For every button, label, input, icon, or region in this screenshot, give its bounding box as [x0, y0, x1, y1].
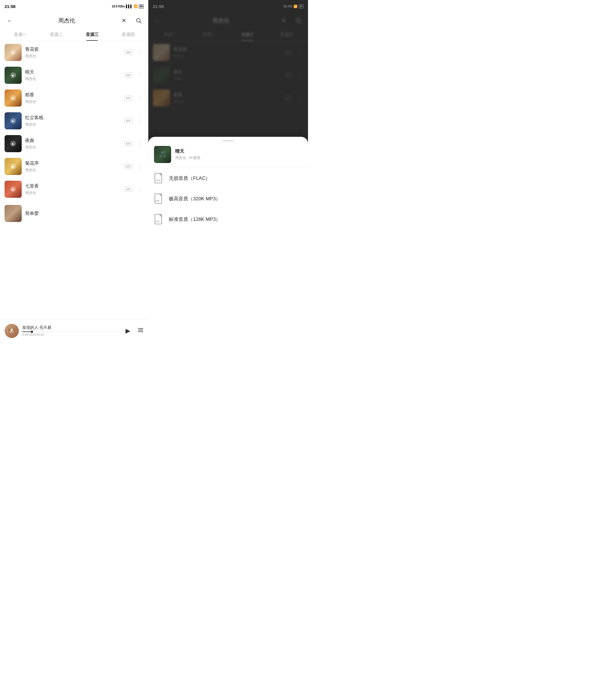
mv-badge-1[interactable]: MV [124, 50, 133, 55]
song-thumb-8 [4, 205, 22, 222]
right-back-button[interactable]: ← [153, 15, 163, 26]
song-item-7[interactable]: ▶ 七里香 周杰伦 MV ⋮ [0, 178, 148, 201]
tab-bar: 音源一 音源二 音源三 音源四 [0, 28, 148, 41]
quality-option-128k[interactable]: 128K 标准音质（128K MP3） [148, 209, 308, 229]
more-btn-6[interactable]: ⋮ [136, 162, 144, 171]
song-thumb-4: ▶ [4, 112, 22, 129]
song-artist-4: 周杰伦 [25, 122, 121, 127]
song-title-8: 简单爱 [25, 211, 144, 216]
modal-song-header: 🎵 晴天 周杰伦 · 叶惠美 [148, 141, 308, 168]
128k-option-label: 标准音质（128K MP3） [169, 216, 220, 223]
quality-option-320k[interactable]: 320K 极高音质（320K MP3） [148, 188, 308, 209]
svg-line-7 [300, 22, 301, 23]
song-item-4[interactable]: ▶ 红尘客栈 周杰伦 MV ⋮ [0, 110, 148, 132]
right-song-item-1: 青花瓷 周杰伦 MV ⋮ [148, 41, 308, 64]
song-info-7: 七里香 周杰伦 [25, 183, 121, 196]
right-wifi-icon: 📶 [293, 4, 298, 8]
mv-badge-4[interactable]: MV [124, 118, 133, 123]
tab-source-1[interactable]: 音源一 [2, 28, 38, 41]
right-battery: 86 [299, 4, 304, 8]
mv-badge-3[interactable]: MV [124, 95, 133, 100]
song-artist-7: 周杰伦 [25, 190, 121, 196]
flac-icon: FLAC [154, 173, 164, 183]
mv-badge-7[interactable]: MV [124, 187, 133, 192]
right-song-item-2: 晴天 周杰伦 MV ⋮ [148, 64, 308, 87]
song-artist-1: 周杰伦 [25, 53, 121, 59]
play-overlay-4: ▶ [10, 118, 16, 124]
more-btn-3[interactable]: ⋮ [136, 94, 144, 102]
right-search-button[interactable] [293, 15, 304, 26]
song-thumb-5: ▶ [4, 135, 22, 152]
modal-song-artist: 周杰伦 · 叶惠美 [175, 155, 302, 160]
play-overlay-3: ▶ [10, 95, 16, 101]
song-info-3: 稻香 周杰伦 [25, 92, 121, 104]
quality-options: FLAC 无损音质（FLAC） 320K 极高音质（320K MP3） [148, 168, 308, 342]
song-item-8[interactable]: 简单爱 [0, 201, 148, 224]
song-title-7: 七里香 [25, 183, 121, 189]
left-header: ← 周杰伦 ✕ [0, 13, 148, 28]
tab-source-4[interactable]: 音源四 [110, 28, 146, 41]
320k-option-label: 极高音质（320K MP3） [169, 196, 220, 202]
play-overlay-6: ▶ [10, 164, 16, 169]
song-title-4: 红尘客栈 [25, 115, 121, 121]
right-close-button[interactable]: ✕ [278, 15, 289, 26]
right-tab-source-3[interactable]: 音源三 [228, 28, 267, 41]
quality-option-flac[interactable]: FLAC 无损音质（FLAC） [148, 168, 308, 188]
svg-text:320K: 320K [155, 200, 159, 202]
song-artist-5: 周杰伦 [25, 145, 121, 150]
song-actions-4: MV ⋮ [124, 117, 144, 125]
player-progress-dot [31, 330, 33, 333]
page-title: 周杰伦 [19, 17, 114, 24]
right-panel: 21:58 5G HD 📶 86 ← 周杰伦 ✕ 音源一 音源二 音源三 音源 [148, 0, 308, 342]
player-progress-bar [22, 332, 119, 332]
song-artist-3: 周杰伦 [25, 99, 121, 104]
tab-source-2[interactable]: 音源二 [38, 28, 74, 41]
play-pause-button[interactable]: ▶ [123, 326, 133, 336]
song-artist-6: 周杰伦 [25, 167, 121, 173]
back-button[interactable]: ← [4, 15, 15, 26]
more-btn-1[interactable]: ⋮ [136, 48, 144, 57]
song-actions-2: MV ⋮ [124, 71, 144, 79]
right-status-icons: 5G HD 📶 86 [284, 4, 304, 8]
right-tab-source-4[interactable]: 音源四 [267, 28, 306, 41]
right-page-title: 周杰伦 [168, 17, 274, 24]
song-actions-1: MV ⋮ [124, 48, 144, 57]
player-progress-container[interactable]: 0:00:25/0:04:42 [22, 332, 119, 336]
mv-badge-6[interactable]: MV [124, 164, 133, 169]
right-song-thumb-3 [153, 90, 170, 107]
song-actions-5: MV ⋮ [124, 139, 144, 148]
svg-text:128K: 128K [155, 220, 159, 222]
song-actions-7: MV ⋮ [124, 185, 144, 193]
search-button[interactable] [133, 15, 144, 26]
song-thumb-1: ▶ [4, 44, 22, 61]
song-info-4: 红尘客栈 周杰伦 [25, 115, 121, 127]
download-quality-modal: 🎵 晴天 周杰伦 · 叶惠美 FLAC 无损音质（FLAC） [148, 137, 308, 342]
playlist-button[interactable] [137, 327, 144, 335]
right-tab-source-1[interactable]: 音源一 [151, 28, 189, 41]
right-song-thumb-2 [153, 67, 170, 84]
tab-source-3[interactable]: 音源三 [74, 28, 110, 41]
song-item-5[interactable]: ▶ 夜曲 周杰伦 MV ⋮ [0, 132, 148, 155]
right-tab-source-2[interactable]: 音源二 [189, 28, 228, 41]
song-item-3[interactable]: ▶ 稻香 周杰伦 MV ⋮ [0, 87, 148, 110]
svg-line-1 [140, 22, 141, 23]
close-button[interactable]: ✕ [119, 15, 129, 26]
more-btn-5[interactable]: ⋮ [136, 139, 144, 148]
more-btn-4[interactable]: ⋮ [136, 117, 144, 125]
song-info-6: 菊花序 周杰伦 [25, 160, 121, 173]
song-item-2[interactable]: ▶ 晴天 周杰伦 MV ⋮ [0, 64, 148, 87]
song-item-6[interactable]: ▶ 菊花序 周杰伦 MV ⋮ [0, 155, 148, 178]
play-overlay-2: ▶ [10, 72, 16, 78]
right-song-item-3: 稻香 周杰伦 MV ⋮ [148, 87, 308, 110]
mv-badge-2[interactable]: MV [124, 73, 133, 78]
more-btn-2[interactable]: ⋮ [136, 71, 144, 79]
song-thumb-2: ▶ [4, 67, 22, 84]
song-thumb-6: ▶ [4, 158, 22, 175]
mv-badge-5[interactable]: MV [124, 141, 133, 146]
128k-icon: 128K [154, 214, 164, 224]
song-item-1[interactable]: ▶ 青花瓷 周杰伦 MV ⋮ [0, 41, 148, 64]
player-info: 发现的人·毛不易 0:00:25/0:04:42 [22, 325, 119, 336]
more-btn-7[interactable]: ⋮ [136, 185, 144, 193]
player-title: 发现的人·毛不易 [22, 325, 119, 330]
wifi-icon: 📶 [134, 4, 138, 8]
